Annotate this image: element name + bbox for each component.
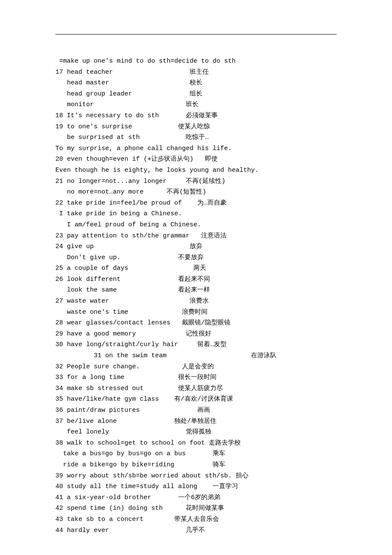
text-line: 29 have a good memory 记性很好 <box>55 329 337 340</box>
text-line: To my surprise, a phone call changed his… <box>55 143 337 154</box>
text-line: I am/feel proud of being a Chinese. <box>55 220 337 231</box>
horizontal-rule <box>55 34 337 35</box>
text-line: take a bus=go by bus=go on a bus 乘车 <box>55 448 337 460</box>
text-line: no more=not…any more 不再(短暂性) <box>55 187 337 198</box>
text-line: 41 a six-year-old brother 一个6岁的弟弟 <box>55 492 337 503</box>
text-line: 32 People sure change. 人是会变的 <box>55 361 337 373</box>
text-line: 30 have long/straight/curly hair 留着…发型 <box>55 339 337 350</box>
text-line: I take pride in being a Chinese. <box>55 208 337 220</box>
text-line: 27 waste water 浪费水 <box>55 296 337 307</box>
text-line: 44 hardly ever 几乎不 <box>55 525 337 536</box>
text-line: waste one's time 浪费时间 <box>55 307 337 318</box>
text-line: 37 be/live alone 独处/单独居住 <box>55 416 337 427</box>
text-line: 28 wear glasses/contact lenses 戴眼镜/隐型眼镜 <box>55 318 337 329</box>
text-line: 26 look different 看起来不同 <box>55 274 337 285</box>
text-line: look the same 看起来一样 <box>55 285 337 296</box>
text-line: monitor 班长 <box>55 99 337 110</box>
text-line: 24 give up 放弃 <box>55 241 337 252</box>
content-block: =make up one's mind to do sth=decide to … <box>55 56 337 536</box>
text-line: 31 on the swim team 在游泳队 <box>55 350 337 361</box>
text-line: 34 make sb stressed out 使某人筋疲力尽 <box>55 383 337 394</box>
text-line: 21 no longer=not...any longer 不再(延续性) <box>55 176 337 187</box>
text-line: feel lonely 觉得孤独 <box>55 427 337 438</box>
text-line: =make up one's mind to do sth=decide to … <box>55 56 337 67</box>
text-line: Even though he is eighty, he looks young… <box>55 165 337 176</box>
text-line: 42 spend time (in) doing sth 花时间做某事 <box>55 503 337 514</box>
text-line: 23 pay attention to sth/the grammar 注意语法 <box>55 231 337 242</box>
text-line: 39 worry about sth/sb=be worried about s… <box>55 471 337 482</box>
text-line: 33 for a long time 很长一段时间 <box>55 372 337 383</box>
text-line: 22 take pride in=feel/be proud of 为…而自豪 <box>55 198 337 209</box>
text-line: ride a bike=go by bike=riding 骑车 <box>55 460 337 471</box>
text-line: 40 study all the time=study all along 一直… <box>55 481 337 492</box>
text-line: 20 even though=even if (+让步状语从句) 即使 <box>55 154 337 165</box>
text-line: 17 head teacher 班主任 <box>55 67 337 78</box>
text-line: 35 have/like/hate gym class 有/喜欢/讨厌体育课 <box>55 394 337 405</box>
document-page: =make up one's mind to do sth=decide to … <box>0 0 392 553</box>
text-line: 38 walk to school=get to school on foot … <box>55 438 337 449</box>
text-line: head master 校长 <box>55 78 337 89</box>
text-line: 19 to one's surprise 使某人吃惊 <box>55 121 337 133</box>
text-line: 18 It's necessary to do sth 必须做某事 <box>55 110 337 121</box>
text-line: Don't give up. 不要放弃 <box>55 252 337 263</box>
text-line: be surprised at sth 吃惊于… <box>55 132 337 143</box>
text-line: 25 a couple of days 两天 <box>55 263 337 274</box>
text-line: 36 paint/draw pictures 画画 <box>55 405 337 416</box>
text-line: head group leader 组长 <box>55 89 337 100</box>
text-line: 43 take sb to a concert 带某人去音乐会 <box>55 514 337 525</box>
